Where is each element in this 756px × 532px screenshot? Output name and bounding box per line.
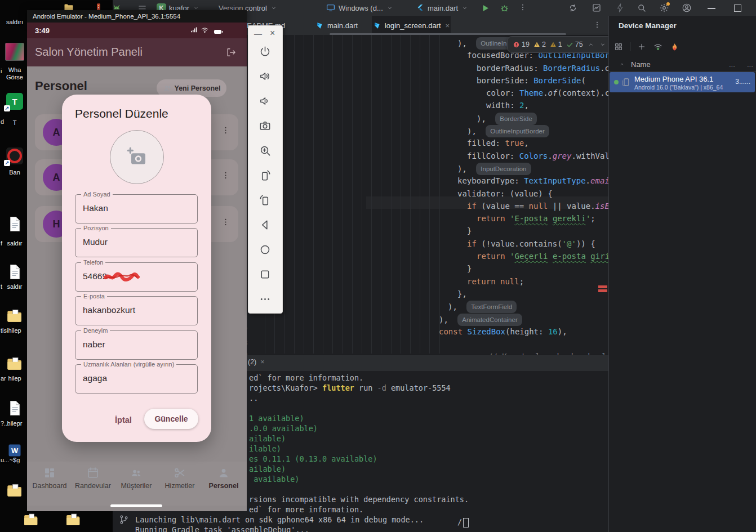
- back-icon[interactable]: [259, 218, 272, 234]
- indent-guide: [429, 35, 430, 354]
- dialog-title: Personel Düzenle: [75, 107, 168, 120]
- desktop-icon-saldır[interactable]: [5, 216, 24, 233]
- search-icon[interactable]: [637, 3, 647, 13]
- kebab-menu-icon[interactable]: [221, 126, 230, 137]
- device-selector[interactable]: Windows (d...: [326, 0, 394, 16]
- desktop-folder[interactable]: [65, 511, 82, 530]
- emulator-titlebar[interactable]: Android Emulator - Medium_Phone_API_36.1…: [27, 10, 247, 23]
- field-e-posta[interactable]: E-postahakanbozkurt: [75, 296, 198, 325]
- run-button[interactable]: [480, 3, 491, 14]
- warnings-badge[interactable]: 2: [533, 41, 546, 48]
- git-branch-icon[interactable]: [118, 514, 130, 525]
- window-minimize-button[interactable]: [708, 8, 715, 9]
- terminal-line: ed` for more information.: [249, 505, 363, 514]
- field-uzmanl-k-alanlar-virg-lle-ay-r-n-[interactable]: Uzmanlık Alanları (virgülle ayırın)agaga: [75, 364, 198, 394]
- field-label: Uzmanlık Alanları (virgülle ayırın): [81, 361, 176, 368]
- emulator-close-button[interactable]: ×: [270, 28, 275, 38]
- errors-badge[interactable]: 19: [513, 41, 530, 48]
- monitor-icon: [326, 3, 336, 13]
- device-detail: Android 16.0 ("Baklava") | x86_64: [634, 84, 723, 91]
- error-stripe-mark[interactable]: [598, 285, 607, 288]
- tab-main.dart[interactable]: main.dart: [301, 16, 372, 35]
- code-line: fillColor: Colors.grey.withValu: [467, 150, 608, 162]
- terminal-line: ailable): [249, 464, 286, 473]
- emulator-minimize-button[interactable]: —: [254, 29, 262, 38]
- error-stripe-mark[interactable]: [598, 289, 607, 292]
- virtual-device-icon: [621, 77, 630, 87]
- desktop-icon-~$g[interactable]: W: [5, 442, 24, 458]
- window-maximize-button[interactable]: [734, 5, 741, 12]
- emulator-screen[interactable]: 3:49 Salon Yönetim Paneli Personel Yeni …: [27, 23, 247, 511]
- camera-icon[interactable]: [259, 119, 272, 135]
- typos-badge[interactable]: 75: [566, 41, 583, 48]
- device-name: Medium Phone API 36.1: [634, 75, 713, 83]
- settings-gear-icon[interactable]: [659, 3, 669, 13]
- run-config-selector[interactable]: main.dart: [416, 0, 469, 16]
- desktop-icon-Ban[interactable]: ↗: [5, 147, 24, 164]
- next-problem-icon[interactable]: [599, 41, 607, 48]
- nav-label: Müşteriler: [121, 482, 152, 490]
- prev-problem-icon[interactable]: [587, 41, 595, 48]
- power-icon[interactable]: [259, 45, 272, 60]
- desktop-icon-folder[interactable]: [5, 481, 24, 499]
- photo-picker[interactable]: [110, 130, 164, 184]
- tab-login_screen.dart[interactable]: login_screen.dart×: [372, 16, 451, 35]
- desktop-icon-hilepr[interactable]: [5, 400, 24, 417]
- device-row[interactable]: Medium Phone API 36.1 Android 16.0 ("Bak…: [610, 72, 755, 92]
- field-ad-soyad[interactable]: Ad SoyadHakan: [75, 194, 198, 223]
- debug-button[interactable]: [499, 3, 510, 14]
- terminal-line: ilable): [249, 444, 281, 453]
- desktop-folder[interactable]: [23, 511, 39, 530]
- nav-label: Randevular: [75, 482, 111, 490]
- firebase-flame-icon[interactable]: [670, 42, 679, 52]
- add-device-icon[interactable]: [637, 42, 646, 51]
- desktop-icon-hilep[interactable]: [5, 307, 24, 325]
- lightning-icon[interactable]: [615, 3, 625, 13]
- account-icon[interactable]: [682, 3, 692, 13]
- rotate-right-icon[interactable]: [259, 194, 272, 209]
- overview-icon[interactable]: [259, 268, 272, 283]
- scissors-icon: [173, 466, 186, 480]
- kebab-menu-icon[interactable]: [221, 217, 230, 229]
- nav-item-randevular[interactable]: Randevular: [73, 466, 113, 490]
- desktop-icon-hilep[interactable]: [5, 355, 24, 373]
- column-name: Name: [631, 60, 651, 69]
- volume-up-icon[interactable]: [259, 70, 272, 85]
- update-button[interactable]: Güncelle: [144, 409, 198, 429]
- device-table-header[interactable]: Name ... ...: [608, 59, 756, 71]
- zoom-in-icon[interactable]: [259, 144, 272, 159]
- nav-item-hizmetler[interactable]: Hizmetler: [160, 466, 199, 490]
- terminal-line: ailable): [249, 434, 286, 443]
- editor-options-icon[interactable]: [593, 20, 602, 29]
- field-deneyim[interactable]: Deneyimnaber: [75, 330, 198, 360]
- pair-wifi-icon[interactable]: [653, 42, 663, 52]
- more-actions-icon[interactable]: [518, 3, 527, 12]
- code-line: filled: true,: [467, 137, 529, 149]
- cancel-button[interactable]: İptal: [115, 415, 132, 424]
- weak-warnings-badge[interactable]: 1: [550, 41, 562, 48]
- device-grid-icon[interactable]: [614, 42, 623, 51]
- field-pozisyon[interactable]: PozisyonMudur: [75, 228, 198, 257]
- profiler-icon[interactable]: [592, 3, 602, 13]
- desktop-icon-T[interactable]: T↗: [5, 93, 24, 110]
- nav-item-müşteriler[interactable]: Müşteriler: [117, 466, 156, 490]
- indent-guide: [304, 35, 304, 354]
- logout-icon[interactable]: [225, 47, 237, 58]
- inspections-widget[interactable]: 19 2 1 75: [507, 36, 612, 53]
- more-horizontal-icon[interactable]: [259, 293, 272, 308]
- phone-status-bar: 3:49: [27, 23, 247, 38]
- field-telefon[interactable]: Telefon54669: [75, 262, 198, 292]
- desktop-icon-saldır[interactable]: [5, 263, 24, 280]
- rotate-left-icon[interactable]: [259, 169, 272, 184]
- kebab-menu-icon[interactable]: [221, 171, 230, 182]
- volume-down-icon[interactable]: [259, 95, 272, 110]
- gradle-sync-icon[interactable]: [568, 3, 578, 13]
- nav-item-dashboard[interactable]: Dashboard: [30, 466, 69, 490]
- desktop-icon-Wha[interactable]: [5, 43, 24, 61]
- nav-item-personel[interactable]: Personel: [204, 466, 243, 490]
- home-indicator[interactable]: [110, 504, 162, 507]
- shortcut-arrow: ↗: [4, 105, 10, 111]
- home-circle-icon[interactable]: [259, 243, 272, 258]
- indent-guide: [439, 35, 440, 354]
- close-icon[interactable]: ×: [446, 21, 450, 30]
